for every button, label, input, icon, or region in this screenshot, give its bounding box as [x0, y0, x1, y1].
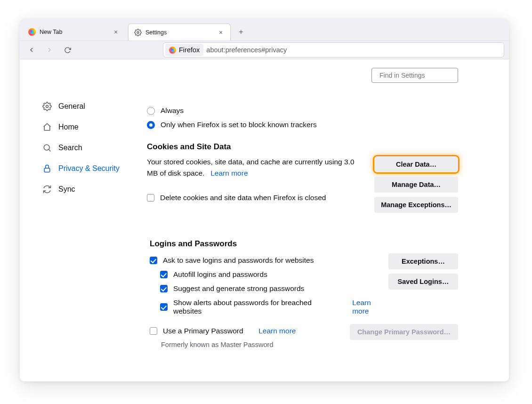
checkbox-delete-on-close[interactable]: Delete cookies and site data when Firefo…	[147, 192, 366, 203]
primary-learn-more-link[interactable]: Learn more	[258, 327, 296, 335]
svg-rect-4	[44, 168, 50, 172]
login-exceptions-button[interactable]: Exceptions…	[388, 253, 458, 269]
close-icon[interactable]: ×	[217, 29, 225, 36]
reload-button[interactable]	[60, 43, 74, 57]
lock-icon	[42, 164, 52, 173]
svg-point-0	[137, 32, 139, 33]
checkbox-icon	[160, 303, 168, 311]
sidebar-item-privacy[interactable]: Privacy & Security	[20, 158, 143, 179]
checkbox-use-primary-password[interactable]: Use a Primary Password Learn more	[150, 327, 350, 335]
radio-label: Always	[161, 106, 184, 115]
section-title-logins: Logins and Passwords	[150, 239, 458, 249]
firefox-icon	[28, 28, 36, 36]
checkbox-suggest-passwords[interactable]: Suggest and generate strong passwords	[160, 284, 388, 293]
manage-exceptions-button[interactable]: Manage Exceptions…	[374, 197, 458, 213]
checkbox-label: Suggest and generate strong passwords	[173, 284, 304, 293]
checkbox-label: Ask to save logins and passwords for web…	[163, 256, 314, 265]
new-tab-button[interactable]: +	[234, 25, 248, 39]
gear-icon	[134, 29, 142, 36]
sidebar-item-home[interactable]: Home	[20, 117, 143, 137]
content-area: General Home Search Privacy & Security S…	[20, 59, 509, 381]
checkbox-icon	[150, 257, 157, 264]
clear-data-button[interactable]: Clear Data…	[374, 156, 458, 172]
firefox-icon	[169, 47, 176, 54]
settings-search-input[interactable]	[379, 71, 463, 80]
sidebar-label: General	[58, 102, 85, 111]
radio-icon	[147, 107, 155, 115]
radio-icon	[147, 121, 155, 129]
checkbox-icon	[160, 285, 168, 292]
sidebar-item-general[interactable]: General	[20, 96, 143, 117]
sidebar-label: Home	[58, 123, 79, 131]
sidebar-label: Sync	[58, 185, 75, 194]
svg-point-2	[46, 105, 48, 108]
url-bar[interactable]: Firefox about:preferences#privacy	[163, 42, 504, 57]
gear-icon	[42, 102, 52, 111]
saved-logins-button[interactable]: Saved Logins…	[388, 274, 458, 290]
tab-new-tab[interactable]: New Tab ×	[23, 24, 125, 40]
tab-label: New Tab	[40, 29, 108, 35]
identity-pill[interactable]: Firefox	[165, 44, 203, 56]
checkbox-label: Autofill logins and passwords	[173, 270, 267, 279]
checkbox-icon	[147, 194, 154, 202]
sidebar-item-sync[interactable]: Sync	[20, 179, 143, 200]
sync-icon	[42, 185, 52, 194]
back-button[interactable]	[24, 43, 39, 57]
identity-label: Firefox	[179, 46, 200, 54]
forward-button[interactable]	[42, 43, 56, 57]
settings-main: Always Only when Firefox is set to block…	[143, 59, 509, 381]
cookies-learn-more-link[interactable]: Learn more	[210, 169, 248, 177]
change-primary-password-button[interactable]: Change Primary Password…	[350, 324, 458, 340]
checkbox-ask-save-logins[interactable]: Ask to save logins and passwords for web…	[150, 256, 388, 265]
section-title-cookies: Cookies and Site Data	[147, 142, 458, 152]
settings-sidebar: General Home Search Privacy & Security S…	[20, 59, 143, 381]
checkbox-breach-alerts[interactable]: Show alerts about passwords for breached…	[160, 299, 388, 315]
settings-search[interactable]	[371, 68, 458, 83]
search-icon	[42, 143, 52, 153]
checkbox-label: Delete cookies and site data when Firefo…	[160, 192, 326, 203]
radio-label: Only when Firefox is set to block known …	[161, 121, 317, 129]
sidebar-label: Privacy & Security	[58, 164, 120, 173]
tab-label: Settings	[145, 29, 213, 36]
toolbar: Firefox about:preferences#privacy	[20, 40, 509, 59]
tabs-bar: New Tab × Settings × +	[20, 19, 509, 40]
svg-point-3	[44, 145, 49, 150]
radio-always[interactable]: Always	[147, 106, 458, 115]
checkbox-label: Use a Primary Password	[163, 327, 243, 335]
url-text: about:preferences#privacy	[206, 46, 287, 54]
browser-window: New Tab × Settings × + Firefox about:pre…	[20, 19, 509, 381]
manage-data-button[interactable]: Manage Data…	[374, 177, 458, 193]
tab-settings[interactable]: Settings ×	[128, 24, 231, 40]
sidebar-label: Search	[58, 144, 82, 152]
checkbox-icon	[160, 271, 168, 278]
home-icon	[42, 122, 52, 132]
checkbox-icon	[150, 327, 157, 335]
checkbox-autofill[interactable]: Autofill logins and passwords	[160, 270, 388, 279]
sidebar-item-search[interactable]: Search	[20, 137, 143, 158]
radio-only-block-trackers[interactable]: Only when Firefox is set to block known …	[147, 121, 458, 129]
checkbox-label: Show alerts about passwords for breached…	[173, 299, 337, 315]
breach-learn-more-link[interactable]: Learn more	[352, 299, 388, 315]
close-icon[interactable]: ×	[112, 28, 120, 36]
primary-password-note: Formerly known as Master Password	[161, 341, 350, 348]
cookies-description: Your stored cookies, site data, and cach…	[147, 158, 355, 177]
